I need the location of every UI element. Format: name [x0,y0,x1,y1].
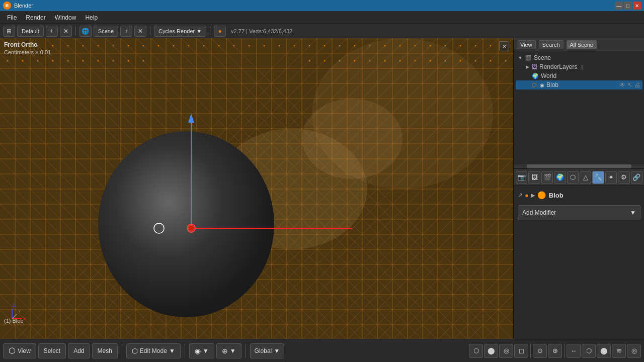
svg-point-169 [143,60,144,62]
blob-render-icon[interactable]: 🖨 [634,81,640,88]
outliner: View Search All Scene ▼ 🎬 Scene ▶ 🖼 Rend… [514,38,644,169]
viewport-close-button[interactable]: ✕ [499,41,509,51]
props-tab-renderlayers[interactable]: 🖼 [528,171,540,184]
props-tab-world[interactable]: 🌍 [554,171,566,184]
menu-render[interactable]: Render [22,13,49,22]
props-tab-particles[interactable]: ✦ [605,171,617,184]
edit-mode-button[interactable]: ⬡ Edit Mode ▼ [126,343,181,358]
blob-name: Blob [546,81,558,88]
outliner-tab-all-scene[interactable]: All Scene [567,40,597,49]
tree-expand-scene[interactable]: ▼ [518,55,523,60]
tree-item-world[interactable]: 🌍 World [516,71,642,80]
select-button[interactable]: Select [38,343,66,358]
add-modifier-button[interactable]: Add Modifier ▼ [518,205,640,220]
svg-point-182 [490,60,492,62]
viewport-shade-2[interactable]: ⬤ [484,344,498,358]
verts-info: v2.77 | Verts:6,432/6,432 [231,28,292,34]
add-scene-button[interactable]: + [120,26,132,37]
menu-file[interactable]: File [3,13,21,22]
svg-point-147 [324,45,326,47]
svg-point-133 [113,45,114,47]
renderlayers-pipe: | [581,64,583,70]
svg-point-148 [339,45,341,47]
edit-mode-icon: ⬡ [132,347,138,355]
svg-point-158 [490,45,492,47]
proportional-edit-btn[interactable]: ⊙ [533,344,547,358]
snap-button[interactable]: ⊕ ▼ [216,343,242,358]
mesh-button[interactable]: Mesh [92,343,118,358]
close-button[interactable]: ✕ [633,2,641,10]
svg-point-179 [445,60,446,62]
outliner-scrollbar[interactable] [514,164,644,168]
outliner-tab-search[interactable]: Search [539,40,564,49]
globe-icon[interactable]: 🌐 [79,26,92,37]
tree-item-blob[interactable]: ⬡ ◉ Blob 👁 ↖ 🖨 [516,80,642,89]
pivot-button[interactable]: ◉ ▼ [189,343,214,358]
snap-icon-btn[interactable]: ⊕ [548,344,562,358]
props-tab-mesh[interactable]: △ [580,171,591,184]
blob-cursor-icon[interactable]: ↖ [627,81,632,88]
props-tab-scene[interactable]: 🎬 [541,171,553,184]
tree-item-renderlayers[interactable]: ▶ 🖼 RenderLayers | [516,62,642,71]
svg-point-145 [294,45,295,47]
tree-expand-renderlayers[interactable]: ▶ [525,64,530,69]
props-tab-physics[interactable]: ⚙ [618,171,629,184]
toolbar-separator-1 [75,27,76,36]
svg-point-167 [113,60,114,62]
mirror-btn[interactable]: ⬡ [582,344,596,358]
icon-separator [530,344,531,358]
layout-grid-icon[interactable]: ⊞ [3,26,15,37]
layout-dropdown[interactable]: Default [17,26,44,37]
close-screen-button[interactable]: ✕ [60,26,72,37]
svg-point-170 [309,60,310,62]
view-button[interactable]: ⬡ View [3,343,36,358]
props-tab-modifier[interactable]: 🔧 [592,171,604,184]
svg-point-134 [128,45,129,47]
right-panel: View Search All Scene ▼ 🎬 Scene ▶ 🖼 Rend… [513,38,644,339]
props-object-mesh-icon: 🟠 [537,190,547,200]
add-button[interactable]: Add [68,343,90,358]
svg-point-151 [384,45,386,47]
props-tab-object[interactable]: ⬡ [567,171,579,184]
props-tab-constraints[interactable]: 🔗 [631,171,642,184]
svg-text:Z: Z [13,303,16,308]
top-toolbar: ⊞ Default + ✕ 🌐 Scene + ✕ Cycles Render … [0,24,644,38]
add-screen-button[interactable]: + [46,26,58,37]
viewport-shade-4[interactable]: ◻ [514,344,528,358]
measure-btn[interactable]: ◎ [627,344,641,358]
viewport-shade-1[interactable]: ⬡ [469,344,483,358]
svg-point-183 [505,60,507,62]
scene-dropdown[interactable]: Scene [94,26,118,37]
outliner-tab-view[interactable]: View [517,40,536,49]
global-dropdown[interactable]: Global ▼ [250,343,285,358]
props-arrow2-icon[interactable]: ▶ [531,192,535,199]
status-separator-2 [185,344,185,358]
properties-content: ↗ ● ▶ 🟠 Blob Add Modifier ▼ [514,186,644,339]
svg-point-173 [354,60,356,62]
snap-icon: ⊕ [222,347,228,355]
svg-point-131 [83,45,84,47]
props-arrow-icon[interactable]: ↗ [518,192,523,199]
close-scene-button[interactable]: ✕ [134,26,146,37]
maximize-button[interactable]: □ [624,2,632,10]
sculpt-btn[interactable]: ⬤ [597,344,611,358]
minimize-button[interactable]: — [615,2,623,10]
svg-point-130 [67,45,69,47]
render-engine-dropdown[interactable]: Cycles Render ▼ [154,26,206,37]
blob-eye-icon[interactable]: 👁 [619,81,625,88]
menu-window[interactable]: Window [51,13,80,22]
blender-version-icon: ● [214,26,226,37]
view-label: Front Ortho [4,41,38,48]
tree-expand-blob [525,82,530,87]
viewport[interactable]: Front Ortho Centimeters × 0.01 ✕ (1) Blo… [0,38,513,339]
world-icon: 🌍 [532,73,539,79]
transform-orient-btn[interactable]: ↔ [567,344,581,358]
menu-help[interactable]: Help [81,13,102,22]
viewport-shade-3[interactable]: ◎ [499,344,513,358]
outliner-scrollbar-thumb[interactable] [527,164,631,168]
tree-item-scene[interactable]: ▼ 🎬 Scene [516,53,642,62]
retopo-btn[interactable]: ≋ [612,344,626,358]
svg-point-155 [445,45,446,47]
props-tab-render[interactable]: 📷 [516,171,527,184]
svg-point-140 [218,45,220,47]
